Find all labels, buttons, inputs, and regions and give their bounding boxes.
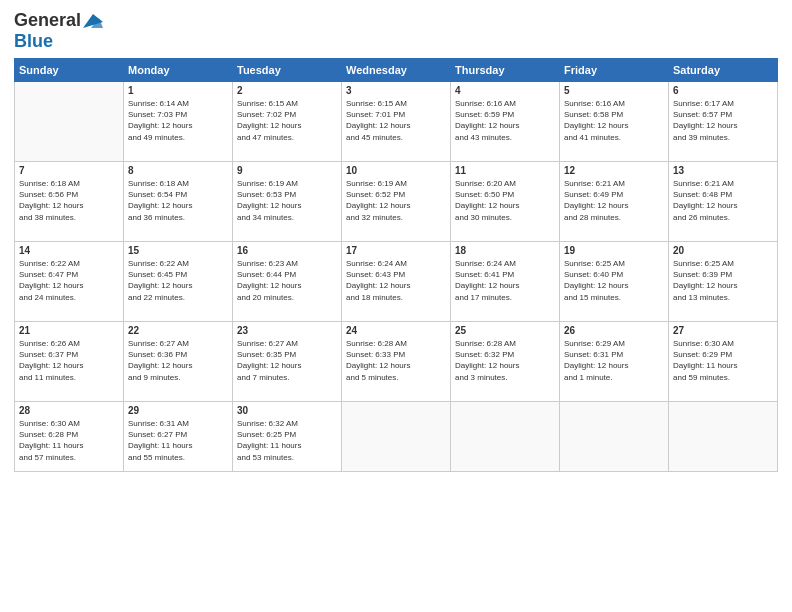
page-header: General Blue (14, 10, 778, 52)
day-cell: 7Sunrise: 6:18 AMSunset: 6:56 PMDaylight… (15, 162, 124, 242)
header-saturday: Saturday (669, 59, 778, 82)
day-cell: 18Sunrise: 6:24 AMSunset: 6:41 PMDayligh… (451, 242, 560, 322)
day-info: Sunrise: 6:30 AMSunset: 6:28 PMDaylight:… (19, 418, 119, 463)
logo-blue: Blue (14, 31, 53, 51)
day-number: 26 (564, 325, 664, 336)
day-info: Sunrise: 6:24 AMSunset: 6:43 PMDaylight:… (346, 258, 446, 303)
day-number: 14 (19, 245, 119, 256)
day-cell (560, 402, 669, 472)
day-cell: 28Sunrise: 6:30 AMSunset: 6:28 PMDayligh… (15, 402, 124, 472)
day-number: 20 (673, 245, 773, 256)
day-cell: 8Sunrise: 6:18 AMSunset: 6:54 PMDaylight… (124, 162, 233, 242)
day-cell: 9Sunrise: 6:19 AMSunset: 6:53 PMDaylight… (233, 162, 342, 242)
day-info: Sunrise: 6:21 AMSunset: 6:49 PMDaylight:… (564, 178, 664, 223)
day-cell: 21Sunrise: 6:26 AMSunset: 6:37 PMDayligh… (15, 322, 124, 402)
day-info: Sunrise: 6:18 AMSunset: 6:54 PMDaylight:… (128, 178, 228, 223)
day-number: 18 (455, 245, 555, 256)
day-info: Sunrise: 6:17 AMSunset: 6:57 PMDaylight:… (673, 98, 773, 143)
day-cell: 15Sunrise: 6:22 AMSunset: 6:45 PMDayligh… (124, 242, 233, 322)
day-cell (15, 82, 124, 162)
logo: General Blue (14, 10, 103, 52)
day-cell: 2Sunrise: 6:15 AMSunset: 7:02 PMDaylight… (233, 82, 342, 162)
day-number: 27 (673, 325, 773, 336)
header-sunday: Sunday (15, 59, 124, 82)
day-cell: 10Sunrise: 6:19 AMSunset: 6:52 PMDayligh… (342, 162, 451, 242)
day-cell: 30Sunrise: 6:32 AMSunset: 6:25 PMDayligh… (233, 402, 342, 472)
day-info: Sunrise: 6:25 AMSunset: 6:40 PMDaylight:… (564, 258, 664, 303)
day-cell: 5Sunrise: 6:16 AMSunset: 6:58 PMDaylight… (560, 82, 669, 162)
day-info: Sunrise: 6:23 AMSunset: 6:44 PMDaylight:… (237, 258, 337, 303)
day-info: Sunrise: 6:26 AMSunset: 6:37 PMDaylight:… (19, 338, 119, 383)
header-friday: Friday (560, 59, 669, 82)
day-cell: 12Sunrise: 6:21 AMSunset: 6:49 PMDayligh… (560, 162, 669, 242)
day-info: Sunrise: 6:20 AMSunset: 6:50 PMDaylight:… (455, 178, 555, 223)
day-cell: 26Sunrise: 6:29 AMSunset: 6:31 PMDayligh… (560, 322, 669, 402)
day-number: 3 (346, 85, 446, 96)
header-wednesday: Wednesday (342, 59, 451, 82)
day-info: Sunrise: 6:14 AMSunset: 7:03 PMDaylight:… (128, 98, 228, 143)
day-cell: 13Sunrise: 6:21 AMSunset: 6:48 PMDayligh… (669, 162, 778, 242)
day-cell: 24Sunrise: 6:28 AMSunset: 6:33 PMDayligh… (342, 322, 451, 402)
calendar-table: SundayMondayTuesdayWednesdayThursdayFrid… (14, 58, 778, 472)
day-number: 19 (564, 245, 664, 256)
day-cell: 17Sunrise: 6:24 AMSunset: 6:43 PMDayligh… (342, 242, 451, 322)
day-number: 30 (237, 405, 337, 416)
day-number: 21 (19, 325, 119, 336)
day-info: Sunrise: 6:31 AMSunset: 6:27 PMDaylight:… (128, 418, 228, 463)
day-cell: 19Sunrise: 6:25 AMSunset: 6:40 PMDayligh… (560, 242, 669, 322)
day-number: 6 (673, 85, 773, 96)
day-number: 22 (128, 325, 228, 336)
day-info: Sunrise: 6:25 AMSunset: 6:39 PMDaylight:… (673, 258, 773, 303)
day-cell: 20Sunrise: 6:25 AMSunset: 6:39 PMDayligh… (669, 242, 778, 322)
day-info: Sunrise: 6:19 AMSunset: 6:52 PMDaylight:… (346, 178, 446, 223)
day-cell: 3Sunrise: 6:15 AMSunset: 7:01 PMDaylight… (342, 82, 451, 162)
day-info: Sunrise: 6:24 AMSunset: 6:41 PMDaylight:… (455, 258, 555, 303)
day-cell: 22Sunrise: 6:27 AMSunset: 6:36 PMDayligh… (124, 322, 233, 402)
day-cell: 27Sunrise: 6:30 AMSunset: 6:29 PMDayligh… (669, 322, 778, 402)
day-number: 9 (237, 165, 337, 176)
day-info: Sunrise: 6:27 AMSunset: 6:36 PMDaylight:… (128, 338, 228, 383)
day-info: Sunrise: 6:27 AMSunset: 6:35 PMDaylight:… (237, 338, 337, 383)
day-cell: 16Sunrise: 6:23 AMSunset: 6:44 PMDayligh… (233, 242, 342, 322)
day-info: Sunrise: 6:30 AMSunset: 6:29 PMDaylight:… (673, 338, 773, 383)
day-number: 8 (128, 165, 228, 176)
day-info: Sunrise: 6:18 AMSunset: 6:56 PMDaylight:… (19, 178, 119, 223)
week-row-3: 14Sunrise: 6:22 AMSunset: 6:47 PMDayligh… (15, 242, 778, 322)
day-info: Sunrise: 6:22 AMSunset: 6:47 PMDaylight:… (19, 258, 119, 303)
day-number: 17 (346, 245, 446, 256)
week-row-4: 21Sunrise: 6:26 AMSunset: 6:37 PMDayligh… (15, 322, 778, 402)
day-number: 5 (564, 85, 664, 96)
day-number: 25 (455, 325, 555, 336)
day-number: 24 (346, 325, 446, 336)
day-info: Sunrise: 6:16 AMSunset: 6:59 PMDaylight:… (455, 98, 555, 143)
day-cell: 4Sunrise: 6:16 AMSunset: 6:59 PMDaylight… (451, 82, 560, 162)
day-number: 12 (564, 165, 664, 176)
day-number: 2 (237, 85, 337, 96)
day-number: 13 (673, 165, 773, 176)
day-number: 29 (128, 405, 228, 416)
logo-general: General (14, 10, 81, 31)
day-info: Sunrise: 6:29 AMSunset: 6:31 PMDaylight:… (564, 338, 664, 383)
header-monday: Monday (124, 59, 233, 82)
day-info: Sunrise: 6:32 AMSunset: 6:25 PMDaylight:… (237, 418, 337, 463)
day-cell (342, 402, 451, 472)
day-cell: 23Sunrise: 6:27 AMSunset: 6:35 PMDayligh… (233, 322, 342, 402)
logo-icon (81, 12, 103, 30)
day-cell: 1Sunrise: 6:14 AMSunset: 7:03 PMDaylight… (124, 82, 233, 162)
day-info: Sunrise: 6:21 AMSunset: 6:48 PMDaylight:… (673, 178, 773, 223)
week-row-2: 7Sunrise: 6:18 AMSunset: 6:56 PMDaylight… (15, 162, 778, 242)
day-info: Sunrise: 6:22 AMSunset: 6:45 PMDaylight:… (128, 258, 228, 303)
week-row-1: 1Sunrise: 6:14 AMSunset: 7:03 PMDaylight… (15, 82, 778, 162)
day-info: Sunrise: 6:28 AMSunset: 6:33 PMDaylight:… (346, 338, 446, 383)
day-cell: 14Sunrise: 6:22 AMSunset: 6:47 PMDayligh… (15, 242, 124, 322)
day-number: 23 (237, 325, 337, 336)
day-number: 15 (128, 245, 228, 256)
day-cell: 25Sunrise: 6:28 AMSunset: 6:32 PMDayligh… (451, 322, 560, 402)
day-info: Sunrise: 6:15 AMSunset: 7:02 PMDaylight:… (237, 98, 337, 143)
day-number: 10 (346, 165, 446, 176)
header-tuesday: Tuesday (233, 59, 342, 82)
day-number: 1 (128, 85, 228, 96)
day-cell (451, 402, 560, 472)
day-cell (669, 402, 778, 472)
day-cell: 29Sunrise: 6:31 AMSunset: 6:27 PMDayligh… (124, 402, 233, 472)
